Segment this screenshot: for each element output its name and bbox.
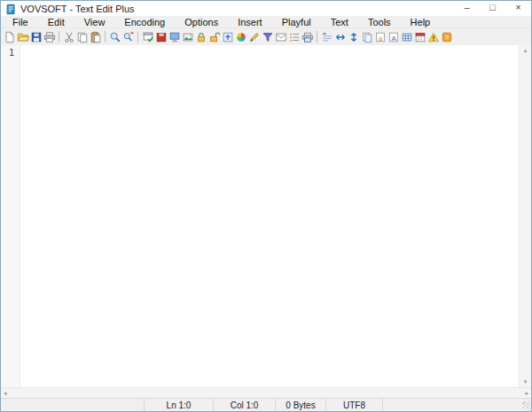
- toolbar-button-duplicate-page[interactable]: [360, 29, 373, 44]
- horizontal-scrollbar[interactable]: ◂ ▸: [1, 387, 531, 398]
- toolbar-button-lowercase[interactable]: a: [373, 29, 387, 44]
- menu-item-help[interactable]: Help: [401, 17, 441, 27]
- editor-textarea[interactable]: [20, 45, 519, 387]
- toolbar: aA?: [1, 27, 531, 45]
- window-controls: – □ ×: [454, 1, 531, 16]
- menu-item-text[interactable]: Text: [321, 17, 358, 27]
- toolbar-button-line-format[interactable]: [320, 29, 333, 44]
- toolbar-button-monitor[interactable]: [168, 29, 181, 44]
- scroll-up-icon[interactable]: ▴: [524, 47, 528, 54]
- toolbar-button-print-preview[interactable]: [301, 29, 314, 44]
- print-icon: [43, 31, 56, 43]
- window-title: VOVSOFT - Text Edit Plus: [20, 4, 135, 14]
- toolbar-button-save[interactable]: [29, 29, 43, 44]
- status-encoding: UTF8: [326, 399, 383, 411]
- toolbar-separator: [317, 31, 317, 43]
- uppercase-icon: A: [387, 31, 400, 43]
- toolbar-button-open-folder[interactable]: [16, 29, 29, 44]
- monitor-icon: [168, 31, 181, 43]
- status-line: Ln 1:0: [145, 399, 214, 411]
- toolbar-button-spell-check[interactable]: [141, 29, 154, 44]
- menu-item-tools[interactable]: Tools: [358, 17, 401, 27]
- toolbar-button-new-file[interactable]: [3, 29, 16, 44]
- toolbar-button-filter[interactable]: [261, 29, 274, 44]
- email-icon: [275, 31, 287, 43]
- save-icon: [30, 31, 43, 43]
- menu-item-view[interactable]: View: [74, 17, 115, 27]
- close-button[interactable]: ×: [505, 1, 531, 16]
- insert-image-icon: [182, 31, 194, 43]
- filter-icon: [262, 31, 274, 43]
- toolbar-separator: [137, 31, 138, 43]
- toolbar-button-copy[interactable]: [75, 29, 89, 44]
- toolbar-button-swap-vertical[interactable]: [347, 29, 360, 44]
- help-icon: ?: [441, 31, 453, 43]
- toolbar-button-pencil[interactable]: [247, 29, 261, 44]
- duplicate-page-icon: [361, 31, 373, 43]
- find-icon: [109, 31, 121, 43]
- toolbar-button-cut[interactable]: [62, 29, 75, 44]
- find-replace-icon: [122, 31, 135, 43]
- toolbar-button-print[interactable]: [43, 29, 56, 44]
- list-icon: [288, 31, 301, 43]
- line-number-gutter: 1: [1, 45, 20, 387]
- table-icon: [401, 31, 413, 43]
- toolbar-button-paste[interactable]: [89, 29, 102, 44]
- menu-bar: File Edit View Encoding Options Insert P…: [1, 16, 531, 27]
- color-wheel-icon: [235, 31, 247, 43]
- warning-icon: [427, 31, 440, 43]
- vertical-scrollbar[interactable]: ▴ ▾: [519, 45, 531, 387]
- cut-icon: [63, 31, 75, 43]
- paste-icon: [90, 31, 102, 43]
- toolbar-button-calendar[interactable]: [413, 29, 426, 44]
- line-format-icon: [321, 31, 333, 43]
- toolbar-button-help[interactable]: ?: [440, 29, 453, 44]
- toolbar-button-find-replace[interactable]: [121, 29, 135, 44]
- close-icon: ×: [515, 3, 520, 12]
- red-book-icon: [155, 31, 168, 43]
- line-number: 1: [9, 48, 14, 58]
- toolbar-button-lock[interactable]: [194, 29, 207, 44]
- new-file-icon: [4, 31, 16, 43]
- open-folder-icon: [17, 31, 29, 43]
- maximize-button[interactable]: □: [480, 1, 505, 16]
- unlock-icon: [208, 31, 221, 43]
- resize-grip-icon[interactable]: [522, 401, 530, 409]
- toolbar-button-swap-horizontal[interactable]: [333, 29, 347, 44]
- spell-check-icon: [142, 31, 154, 43]
- lock-icon: [195, 31, 207, 43]
- svg-text:?: ?: [444, 34, 449, 42]
- toolbar-button-find[interactable]: [108, 29, 121, 44]
- minimize-icon: –: [464, 3, 469, 12]
- title-bar: VOVSOFT - Text Edit Plus – □ ×: [1, 1, 531, 16]
- swap-vertical-icon: [348, 31, 360, 43]
- menu-item-edit[interactable]: Edit: [38, 17, 74, 27]
- menu-item-playful[interactable]: Playful: [272, 17, 321, 27]
- minimize-button[interactable]: –: [454, 1, 480, 16]
- export-box-icon: [222, 31, 234, 43]
- maximize-icon: □: [489, 3, 496, 12]
- svg-text:A: A: [391, 34, 396, 42]
- toolbar-button-export-box[interactable]: [221, 29, 234, 44]
- toolbar-button-email[interactable]: [274, 29, 287, 44]
- toolbar-button-red-book[interactable]: [154, 29, 168, 44]
- menu-item-insert[interactable]: Insert: [228, 17, 272, 27]
- scroll-left-icon[interactable]: ◂: [4, 390, 7, 397]
- scroll-down-icon[interactable]: ▾: [524, 378, 528, 385]
- scroll-right-icon[interactable]: ▸: [525, 390, 528, 397]
- editor-area: 1 ▴ ▾: [1, 45, 531, 387]
- toolbar-button-warning[interactable]: [426, 29, 440, 44]
- menu-item-encoding[interactable]: Encoding: [114, 17, 175, 27]
- toolbar-button-unlock[interactable]: [207, 29, 221, 44]
- toolbar-button-list[interactable]: [287, 29, 301, 44]
- toolbar-button-table[interactable]: [400, 29, 413, 44]
- menu-item-file[interactable]: File: [3, 17, 38, 27]
- toolbar-button-uppercase[interactable]: A: [387, 29, 400, 44]
- calendar-icon: [414, 31, 426, 43]
- toolbar-button-color-wheel[interactable]: [234, 29, 247, 44]
- toolbar-separator: [105, 31, 106, 43]
- toolbar-button-insert-image[interactable]: [181, 29, 194, 44]
- lowercase-icon: a: [374, 31, 387, 43]
- svg-text:a: a: [378, 34, 382, 42]
- menu-item-options[interactable]: Options: [175, 17, 228, 27]
